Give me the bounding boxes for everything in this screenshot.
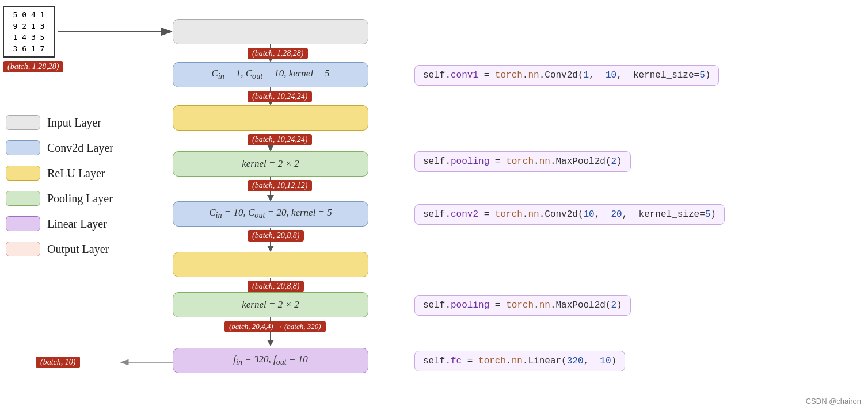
image-text: 5 0 4 1 9 2 1 3 1 4 3 5 3 6 1 7 [13, 9, 45, 54]
watermark: CSDN @chairon [806, 397, 861, 405]
legend-label-output: Output Layer [47, 243, 109, 256]
layer-relu1 [173, 105, 368, 131]
shape-badge-7: (batch, 20,4,4) → (batch, 320) [224, 321, 326, 332]
code-pool1: self.pooling = torch.nn.MaxPool2d(2) [414, 151, 631, 172]
shape-badge-0: (batch, 1,28,28) [248, 48, 308, 59]
layer-relu2 [173, 252, 368, 277]
layer-input [173, 19, 368, 44]
legend-label-input: Input Layer [47, 116, 101, 129]
shape-badge-2: (batch, 10,24,24) [248, 91, 312, 102]
legend-box-output [6, 242, 40, 256]
legend-relu: ReLU Layer [6, 166, 113, 181]
legend-input: Input Layer [6, 115, 113, 130]
input-image: 5 0 4 1 9 2 1 3 1 4 3 5 3 6 1 7 [3, 6, 55, 58]
shape-badge-3: (batch, 10,24,24) [248, 134, 312, 145]
legend: Input Layer Conv2d Layer ReLU Layer Pool… [6, 115, 113, 256]
legend-box-linear [6, 216, 40, 231]
layer-pool1: kernel = 2 × 2 [173, 151, 368, 177]
legend-label-linear: Linear Layer [47, 217, 107, 231]
legend-output: Output Layer [6, 242, 113, 256]
code-linear: self.fc = torch.nn.Linear(320, 10) [414, 351, 625, 371]
conv1-label: Cin = 1, Cout = 10, kernel = 5 [211, 68, 329, 81]
linear-label: fin = 320, fout = 10 [233, 354, 308, 367]
pool1-label: kernel = 2 × 2 [242, 158, 299, 170]
pool2-label: kernel = 2 × 2 [242, 299, 299, 311]
legend-conv2d: Conv2d Layer [6, 140, 113, 155]
legend-linear: Linear Layer [6, 216, 113, 231]
legend-box-relu [6, 166, 40, 181]
svg-marker-14 [267, 145, 274, 151]
svg-marker-15 [267, 195, 274, 201]
legend-box-input [6, 115, 40, 130]
legend-label-pooling: Pooling Layer [47, 192, 113, 205]
legend-label-relu: ReLU Layer [47, 167, 105, 180]
legend-box-conv2d [6, 140, 40, 155]
main-container: 5 0 4 1 9 2 1 3 1 4 3 5 3 6 1 7 Input La… [0, 0, 868, 410]
shape-badge-input-left: (batch, 1,28,28) [3, 61, 63, 72]
code-conv2: self.conv2 = torch.nn.Conv2d(10, 20, ker… [414, 204, 725, 225]
layer-linear: fin = 320, fout = 10 [173, 348, 368, 373]
shape-badge-6: (batch, 20,8,8) [248, 281, 304, 292]
shape-badge-5: (batch, 20,8,8) [248, 230, 304, 242]
layer-pool2: kernel = 2 × 2 [173, 292, 368, 317]
layer-conv1: Cin = 1, Cout = 10, kernel = 5 [173, 62, 368, 87]
layer-conv2: Cin = 10, Cout = 20, kernel = 5 [173, 201, 368, 227]
legend-box-pooling [6, 191, 40, 206]
code-conv1: self.conv1 = torch.nn.Conv2d(1, 10, kern… [414, 65, 719, 86]
code-pool2: self.pooling = torch.nn.MaxPool2d(2) [414, 295, 631, 316]
code-conv1-prefix: self. [423, 70, 451, 81]
legend-label-conv2d: Conv2d Layer [47, 141, 113, 155]
output-badge: (batch, 10) [35, 355, 81, 369]
svg-marker-16 [267, 246, 274, 252]
legend-pooling: Pooling Layer [6, 191, 113, 206]
svg-marker-18 [267, 340, 274, 346]
shape-badge-4: (batch, 10,12,12) [248, 180, 312, 191]
conv2-label: Cin = 10, Cout = 20, kernel = 5 [209, 207, 332, 220]
